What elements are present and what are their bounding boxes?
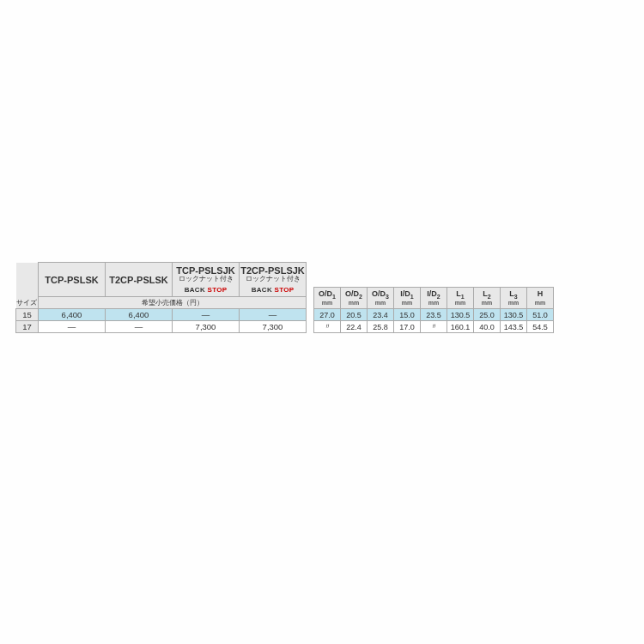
col-t2cp-pslsk: T2CP-PSLSK	[106, 263, 173, 297]
dim-cell: 22.4	[341, 321, 368, 333]
price-cell: 7,300	[173, 321, 240, 333]
blank-corner	[16, 263, 39, 297]
price-cell: —	[240, 309, 307, 321]
dim-col-l1: L1mm	[447, 288, 474, 309]
price-header-row: TCP-PSLSK T2CP-PSLSK TCP-PSLSJK ロックナット付き…	[16, 263, 307, 297]
backstop-badge: BACK STOP	[252, 286, 295, 294]
dim-cell: 〃	[314, 321, 341, 333]
price-cell: 6,400	[106, 309, 173, 321]
dim-cell: 23.4	[368, 309, 394, 321]
col-label: T2CP-PSLSK	[109, 275, 167, 285]
dim-row-15: 27.0 20.5 23.4 15.0 23.5 130.5 25.0 130.…	[314, 309, 554, 321]
dim-cell: 25.0	[474, 309, 501, 321]
dim-col-od2: O/D2mm	[341, 288, 368, 309]
subheader: 希望小売価格（円）	[39, 297, 307, 309]
price-subheader-row: サイズ 希望小売価格（円）	[16, 297, 307, 309]
price-cell: —	[106, 321, 173, 333]
col-sub: ロックナット付き	[173, 276, 239, 283]
size-label: サイズ	[16, 297, 39, 309]
dim-col-h: Hmm	[527, 288, 554, 309]
dimension-table: O/D1mm O/D2mm O/D3mm I/D1mm I/D2mm L1mm …	[313, 287, 554, 333]
size-cell: 15	[16, 309, 39, 321]
dim-cell: 40.0	[474, 321, 501, 333]
dim-col-id2: I/D2mm	[421, 288, 447, 309]
dim-cell: 〃	[421, 321, 447, 333]
price-cell: —	[173, 309, 240, 321]
dim-row-17: 〃 22.4 25.8 17.0 〃 160.1 40.0 143.5 54.5	[314, 321, 554, 333]
dim-cell: 23.5	[421, 309, 447, 321]
dim-cell: 130.5	[501, 309, 527, 321]
dim-header-row: O/D1mm O/D2mm O/D3mm I/D1mm I/D2mm L1mm …	[314, 288, 554, 309]
dim-cell: 130.5	[447, 309, 474, 321]
price-row-15: 15 6,400 6,400 — —	[16, 309, 307, 321]
price-row-17: 17 — — 7,300 7,300	[16, 321, 307, 333]
dim-cell: 17.0	[394, 321, 421, 333]
tables-container: TCP-PSLSK T2CP-PSLSK TCP-PSLSJK ロックナット付き…	[15, 262, 554, 333]
dim-cell: 25.8	[368, 321, 394, 333]
dim-col-od1: O/D1mm	[314, 288, 341, 309]
dim-col-l2: L2mm	[474, 288, 501, 309]
price-cell: 7,300	[240, 321, 307, 333]
backstop-badge: BACK STOP	[185, 286, 228, 294]
dim-cell: 54.5	[527, 321, 554, 333]
dim-cell: 27.0	[314, 309, 341, 321]
col-label: TCP-PSLSK	[45, 275, 98, 285]
dim-cell: 15.0	[394, 309, 421, 321]
price-cell: —	[39, 321, 106, 333]
col-tcp-pslsk: TCP-PSLSK	[39, 263, 106, 297]
price-cell: 6,400	[39, 309, 106, 321]
col-t2cp-pslsjk: T2CP-PSLSJK ロックナット付き BACK STOP	[240, 263, 307, 297]
dim-cell: 51.0	[527, 309, 554, 321]
dim-col-od3: O/D3mm	[368, 288, 394, 309]
col-sub: ロックナット付き	[240, 276, 306, 283]
col-tcp-pslsjk: TCP-PSLSJK ロックナット付き BACK STOP	[173, 263, 240, 297]
dim-cell: 160.1	[447, 321, 474, 333]
size-cell: 17	[16, 321, 39, 333]
dim-col-l3: L3mm	[501, 288, 527, 309]
price-table: TCP-PSLSK T2CP-PSLSK TCP-PSLSJK ロックナット付き…	[15, 262, 307, 333]
dim-cell: 20.5	[341, 309, 368, 321]
dim-cell: 143.5	[501, 321, 527, 333]
dim-col-id1: I/D1mm	[394, 288, 421, 309]
